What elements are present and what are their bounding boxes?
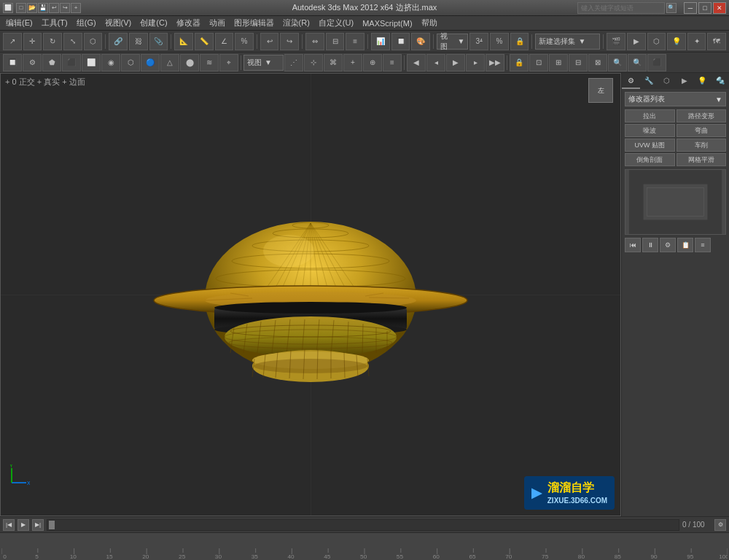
t2-extra3[interactable]: ⊟ [569, 54, 588, 71]
new-btn[interactable]: □ [16, 3, 26, 13]
t2-snap3[interactable]: ⌘ [324, 54, 343, 71]
panel-gear-btn[interactable]: ⚙ [660, 238, 676, 252]
t2-extra5[interactable]: 🔍 [608, 54, 627, 71]
render-setup[interactable]: 🎬 [607, 33, 625, 50]
minimize-button[interactable]: ─ [684, 2, 697, 14]
frame-slider[interactable] [47, 519, 679, 531]
freeform-tool[interactable]: ⬡ [84, 33, 103, 50]
search-icon[interactable]: 🔍 [666, 3, 677, 13]
timeline-config-btn[interactable]: ⚙ [714, 519, 726, 531]
menu-group[interactable]: 组(G) [72, 16, 101, 30]
app-icon[interactable]: ⬜ [3, 3, 13, 13]
btn-extrude[interactable]: 拉出 [625, 109, 675, 122]
t2-view-dropdown[interactable]: 视图 ▼ [243, 55, 284, 71]
link-tool[interactable]: 🔗 [109, 33, 128, 50]
angle-snap[interactable]: ∠ [215, 33, 234, 50]
tab-modify[interactable]: 🔧 [640, 73, 658, 89]
t2-extra7[interactable]: ⬛ [647, 54, 666, 71]
t2-btn1[interactable]: 🔲 [3, 54, 22, 71]
t2-btn10[interactable]: ⬤ [180, 54, 199, 71]
t2-extra1[interactable]: ⊡ [529, 54, 548, 71]
align-tool[interactable]: ⊟ [326, 33, 345, 50]
redo-button[interactable]: ↪ [280, 33, 299, 50]
menu-help[interactable]: 帮助 [417, 16, 442, 30]
scale-tool[interactable]: ⤡ [63, 33, 82, 50]
maximize-button[interactable]: □ [698, 2, 712, 14]
t2-btn2[interactable]: ⚙ [23, 54, 42, 71]
t2-btn12[interactable]: ⌖ [219, 54, 238, 71]
btn-noise[interactable]: 噪波 [625, 124, 675, 137]
move-tool[interactable]: ✛ [23, 33, 42, 50]
t2-anim3[interactable]: ▶ [446, 54, 465, 71]
mirror-tool[interactable]: ⇔ [305, 33, 324, 50]
menu-customize[interactable]: 自定义(U) [314, 16, 358, 30]
tab-utilities[interactable]: 🔩 [712, 73, 730, 89]
t2-snap5[interactable]: ⊕ [363, 54, 382, 71]
t2-btn3[interactable]: ⬟ [42, 54, 61, 71]
pct-snap[interactable]: % [235, 33, 254, 50]
t2-anim2[interactable]: ◂ [426, 54, 445, 71]
select-tool[interactable]: ↗ [3, 33, 22, 50]
close-button[interactable]: ✕ [713, 2, 726, 14]
t2-extra2[interactable]: ⊞ [549, 54, 568, 71]
t2-btn5[interactable]: ⬜ [82, 54, 101, 71]
menu-graph-editor[interactable]: 图形编辑器 [230, 16, 278, 30]
panel-pause-btn[interactable]: ⏸ [642, 238, 658, 252]
btn-meshsmooth[interactable]: 网格平滑 [677, 153, 727, 166]
t2-btn9[interactable]: △ [160, 54, 179, 71]
tab-display[interactable]: 💡 [693, 73, 712, 89]
orientation-cube[interactable]: 左 [588, 78, 613, 103]
t2-snap4[interactable]: + [343, 54, 362, 71]
t2-snap2[interactable]: ⊹ [304, 54, 323, 71]
timeline-prev-btn[interactable]: |◀ [3, 519, 15, 531]
t2-btn11[interactable]: ≋ [200, 54, 219, 71]
t2-lock[interactable]: 🔒 [510, 54, 529, 71]
selection-dropdown[interactable]: 新建选择集 ▼ [535, 34, 600, 50]
btn-uvw[interactable]: UVW 贴图 [625, 139, 675, 152]
undo-btn[interactable]: ↩ [49, 3, 59, 13]
view-lock[interactable]: 🔒 [510, 33, 529, 50]
view-dropdown[interactable]: 视图 ▼ [437, 34, 468, 50]
t2-snap1[interactable]: ⋰ [284, 54, 303, 71]
t2-btn7[interactable]: ⬡ [121, 54, 140, 71]
undo-button[interactable]: ↩ [260, 33, 279, 50]
menu-view[interactable]: 视图(V) [101, 16, 136, 30]
panel-copy-btn[interactable]: 📋 [677, 238, 693, 252]
rotate-tool[interactable]: ↻ [43, 33, 62, 50]
redo-btn[interactable]: ↪ [60, 3, 70, 13]
menu-animation[interactable]: 动画 [205, 16, 230, 30]
bind-tool[interactable]: 📎 [149, 33, 168, 50]
search-input[interactable] [577, 2, 665, 14]
t2-btn4[interactable]: ⬛ [62, 54, 81, 71]
panel-pin-btn[interactable]: ⏮ [625, 238, 641, 252]
render-btn[interactable]: ▶ [627, 33, 646, 50]
main-viewport[interactable]: + 0 正交 + 真实 + 边面 左 [0, 73, 621, 516]
tab-motion[interactable]: ▶ [676, 73, 694, 89]
btn-bend[interactable]: 弯曲 [677, 124, 727, 137]
menu-maxscript[interactable]: MAXScript(M) [358, 18, 416, 29]
render4-btn[interactable]: ✦ [687, 33, 706, 50]
t2-anim5[interactable]: ▶▶ [486, 54, 504, 71]
graph-editor-btn[interactable]: 📊 [371, 33, 390, 50]
menu-create[interactable]: 创建(C) [136, 16, 171, 30]
t2-anim4[interactable]: ▸ [466, 54, 485, 71]
t2-anim1[interactable]: ◀ [407, 54, 426, 71]
extra1[interactable]: + [71, 3, 81, 13]
btn-lathe[interactable]: 车削 [677, 139, 727, 152]
timeline-play-btn[interactable]: ▶ [17, 519, 29, 531]
material-btn[interactable]: 🎨 [411, 33, 430, 50]
menu-render[interactable]: 渲染(R) [278, 16, 314, 30]
t2-extra4[interactable]: ⊠ [588, 54, 607, 71]
panel-extra-btn[interactable]: ≡ [695, 238, 711, 252]
save-btn[interactable]: 💾 [38, 3, 48, 13]
timeline-next-btn[interactable]: ▶| [32, 519, 44, 531]
render2-btn[interactable]: ⬡ [647, 33, 666, 50]
btn-pathdeform[interactable]: 路径变形 [677, 109, 727, 122]
open-btn[interactable]: 📂 [27, 3, 37, 13]
t2-extra6[interactable]: 🔍 [628, 54, 647, 71]
render3-btn[interactable]: 💡 [667, 33, 686, 50]
snap3d-tool[interactable]: 📏 [195, 33, 214, 50]
menu-modifier[interactable]: 修改器 [172, 16, 205, 30]
layer-btn[interactable]: ≡ [346, 33, 364, 50]
modifier-list-dropdown[interactable]: 修改器列表 ▼ [625, 92, 726, 106]
